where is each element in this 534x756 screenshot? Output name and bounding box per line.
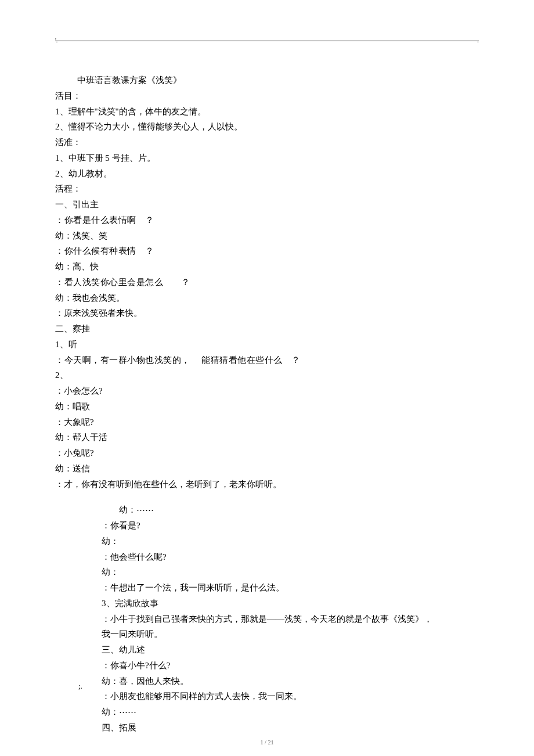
content-line: ：你看是什么表情啊 ？ bbox=[55, 213, 479, 228]
content-line: 四、拓展 bbox=[102, 721, 479, 735]
section-heading: 活目： bbox=[55, 89, 479, 103]
content-line: ：你什么候有种表情 ？ bbox=[55, 244, 479, 258]
content-line: ：你喜小牛?什么? bbox=[102, 658, 479, 673]
document-content: 中班语言教课方案《浅笑》 活目： 1、理解牛"浅笑"的含，体牛的友之情。 2、懂… bbox=[55, 73, 479, 735]
content-line: ：牛想出了一个法，我一同来听听，是什么法。 bbox=[102, 581, 479, 595]
content-line: 幼： bbox=[102, 534, 479, 549]
content-line: 一、引出主 bbox=[55, 197, 479, 212]
content-line: ：你看是? bbox=[102, 519, 479, 533]
content-line: 1、听 bbox=[55, 337, 479, 352]
page-number: 1 / 21 bbox=[0, 738, 534, 748]
content-line: ：看人浅笑你心里会是怎么 ？ bbox=[55, 275, 479, 290]
content-line: 2、 bbox=[55, 368, 479, 383]
content-line: ：大象呢? bbox=[55, 415, 479, 430]
content-line: 3、完满欣故事 bbox=[102, 596, 479, 611]
content-line: 幼：高、快 bbox=[55, 260, 479, 274]
content-line: ：他会些什么呢? bbox=[102, 550, 479, 564]
content-line: 2、幼儿教材。 bbox=[55, 167, 479, 181]
content-line: ：小牛于找到自己强者来快的方式，那就是——浅笑，今天老的就是个故事《浅笑》， bbox=[102, 612, 479, 627]
content-line: 幼：送信 bbox=[55, 462, 479, 476]
content-line: 1、中班下册 5 号挂、片。 bbox=[55, 151, 479, 165]
content-line: 幼：⋯⋯ bbox=[102, 503, 479, 517]
content-line: 幼：⋯⋯ bbox=[102, 705, 479, 719]
indented-block: 幼：⋯⋯ ：你看是? 幼： ：他会些什么呢? 幼： ：牛想出了一个法，我一同来听… bbox=[102, 503, 479, 735]
content-line: 三、幼儿述 bbox=[102, 643, 479, 657]
content-line: ：小会怎么? bbox=[55, 384, 479, 398]
top-divider: '. . bbox=[55, 41, 479, 41]
content-line: 二、察挂 bbox=[55, 322, 479, 336]
content-line: 幼：喜，因他人来快。 bbox=[102, 674, 479, 689]
section-heading: 活程： bbox=[55, 182, 479, 196]
document-title: 中班语言教课方案《浅笑》 bbox=[55, 73, 479, 88]
content-line: ：原来浅笑强者来快。 bbox=[55, 306, 479, 321]
content-line: 幼：浅笑、笑 bbox=[55, 229, 479, 243]
content-line: 幼：帮人干活 bbox=[55, 430, 479, 445]
content-line: 幼：唱歌 bbox=[55, 399, 479, 414]
content-line: 我一同来听听。 bbox=[102, 627, 479, 642]
content-line: 1、理解牛"浅笑"的含，体牛的友之情。 bbox=[55, 105, 479, 119]
content-line: ：才，你有没有听到他在些什么，老听到了，老来你听听。 bbox=[55, 477, 479, 492]
top-line-right-mark: . bbox=[477, 35, 479, 46]
top-line-left-mark: '. bbox=[55, 36, 57, 46]
content-line: ：小兔呢? bbox=[55, 446, 479, 460]
document-page: 中班语言教课方案《浅笑》 '. . 中班语言教课方案《浅笑》 活目： 1、理解牛… bbox=[0, 0, 534, 756]
section-heading: 活准： bbox=[55, 135, 479, 150]
footer-marks: ;. bbox=[78, 680, 82, 692]
content-line: 幼：我也会浅笑。 bbox=[55, 291, 479, 305]
content-line: ：小朋友也能够用不同样的方式人去快，我一同来。 bbox=[102, 689, 479, 704]
content-line: ：今天啊，有一群小物也浅笑的， 能猜猜看他在些什么 ？ bbox=[55, 353, 479, 368]
content-line: 2、懂得不论力大小，懂得能够关心人，人以快。 bbox=[55, 120, 479, 134]
content-line: 幼： bbox=[102, 565, 479, 579]
